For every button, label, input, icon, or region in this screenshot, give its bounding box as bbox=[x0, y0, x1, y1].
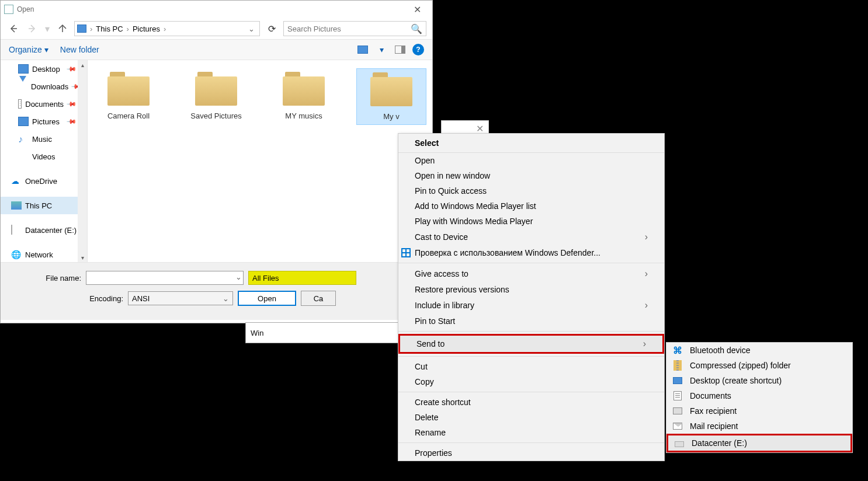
filename-label: File name: bbox=[11, 274, 81, 283]
breadcrumb-pictures[interactable]: Pictures bbox=[133, 25, 160, 33]
scroll-up-icon[interactable]: ▴ bbox=[78, 60, 87, 69]
bottom-panel: File name: ⌄ All Files Encoding: ANSI⌄ O… bbox=[1, 262, 432, 320]
fax-icon bbox=[672, 406, 683, 416]
ctx-restore-versions[interactable]: Restore previous versions bbox=[398, 282, 664, 297]
organize-menu[interactable]: Organize ▾ bbox=[9, 45, 48, 54]
desktop-icon bbox=[18, 64, 29, 74]
network-icon: 🌐 bbox=[11, 250, 22, 259]
titlebar: Open ✕ bbox=[1, 1, 432, 18]
folder-icon bbox=[283, 72, 325, 106]
filetype-filter[interactable]: All Files bbox=[248, 271, 356, 285]
close-button[interactable]: ✕ bbox=[405, 3, 429, 16]
breadcrumb-dropdown[interactable]: ⌄ bbox=[246, 25, 257, 33]
pin-icon: 📌 bbox=[65, 98, 77, 109]
breadcrumb[interactable]: › This PC › Pictures › ⌄ bbox=[74, 21, 260, 36]
filename-input[interactable]: ⌄ bbox=[86, 271, 244, 285]
sidebar-documents[interactable]: Documents📌 bbox=[1, 95, 87, 113]
ctx-defender[interactable]: Проверка с использованием Windows Defend… bbox=[398, 245, 664, 260]
sidebar-videos[interactable]: Videos bbox=[1, 148, 87, 165]
sendto-documents[interactable]: Documents bbox=[666, 388, 852, 403]
context-separator bbox=[398, 263, 664, 263]
mail-icon bbox=[672, 421, 683, 431]
folder-icon bbox=[107, 72, 150, 106]
ctx-pin-start[interactable]: Pin to Start bbox=[398, 313, 664, 329]
ctx-add-wmp[interactable]: Add to Windows Media Player list bbox=[398, 198, 664, 214]
chevron-right-icon: › bbox=[124, 25, 131, 33]
context-header: Select bbox=[398, 134, 664, 153]
ctx-delete[interactable]: Delete bbox=[398, 410, 664, 425]
ctx-rename[interactable]: Rename bbox=[398, 425, 664, 440]
ctx-create-shortcut[interactable]: Create shortcut bbox=[398, 395, 664, 410]
ctx-give-access[interactable]: Give access to› bbox=[398, 266, 664, 282]
ctx-open-new-window[interactable]: Open in new window bbox=[398, 168, 664, 183]
sendto-desktop[interactable]: Desktop (create shortcut) bbox=[666, 373, 852, 388]
sendto-compressed[interactable]: Compressed (zipped) folder bbox=[666, 358, 852, 373]
sidebar-onedrive[interactable]: ☁OneDrive bbox=[1, 172, 87, 190]
sendto-bluetooth[interactable]: ⌘Bluetooth device bbox=[666, 343, 852, 358]
ctx-cut[interactable]: Cut bbox=[398, 359, 664, 374]
forward-button[interactable] bbox=[25, 22, 39, 36]
view-large-button[interactable] bbox=[356, 44, 369, 55]
folder-camera-roll[interactable]: Camera Roll bbox=[93, 68, 164, 124]
ctx-open[interactable]: Open bbox=[398, 153, 664, 168]
sendto-fax[interactable]: Fax recipient bbox=[666, 403, 852, 419]
sidebar-network[interactable]: 🌐Network bbox=[1, 246, 87, 262]
folder-saved-pictures[interactable]: Saved Pictures bbox=[181, 68, 251, 124]
sidebar-thispc[interactable]: This PC bbox=[1, 197, 87, 214]
zip-icon bbox=[672, 360, 683, 371]
help-button[interactable]: ? bbox=[412, 44, 424, 55]
chevron-right-icon: › bbox=[645, 232, 648, 242]
folder-content[interactable]: Camera Roll Saved Pictures MY musics My … bbox=[88, 60, 432, 262]
encoding-select[interactable]: ANSI⌄ bbox=[128, 291, 233, 305]
search-box[interactable]: 🔍 bbox=[283, 21, 426, 36]
defender-icon bbox=[401, 248, 411, 258]
cancel-button[interactable]: Ca bbox=[301, 291, 336, 306]
preview-pane-button[interactable] bbox=[394, 44, 407, 55]
video-icon bbox=[18, 152, 29, 161]
sendto-drive[interactable]: Datacenter (E:) bbox=[666, 434, 852, 452]
sidebar-drive[interactable]: Datacenter (E:) bbox=[1, 221, 87, 239]
sidebar-scrollbar[interactable]: ▴▾ bbox=[78, 60, 87, 262]
ctx-pin-quick-access[interactable]: Pin to Quick access bbox=[398, 183, 664, 198]
ctx-play-wmp[interactable]: Play with Windows Media Player bbox=[398, 214, 664, 229]
drive-icon bbox=[674, 438, 685, 448]
sendto-mail[interactable]: Mail recipient bbox=[666, 419, 852, 434]
new-folder-button[interactable]: New folder bbox=[60, 45, 99, 54]
folder-selected[interactable]: My v bbox=[356, 68, 426, 125]
open-dialog: Open ✕ ▾ › This PC › Pictures › ⌄ ⟳ 🔍 Or… bbox=[0, 0, 433, 323]
context-separator bbox=[398, 331, 664, 332]
chevron-right-icon: › bbox=[88, 25, 95, 33]
document-icon bbox=[672, 391, 683, 401]
scroll-down-icon[interactable]: ▾ bbox=[78, 253, 87, 262]
ctx-properties[interactable]: Properties bbox=[398, 445, 664, 461]
encoding-label: Encoding: bbox=[86, 294, 123, 303]
open-button[interactable]: Open bbox=[238, 291, 296, 306]
window-title: Open bbox=[17, 5, 405, 13]
ctx-copy[interactable]: Copy bbox=[398, 374, 664, 389]
chevron-down-icon[interactable]: ⌄ bbox=[235, 273, 242, 281]
sidebar-downloads[interactable]: Downloads📌 bbox=[1, 78, 87, 95]
folder-icon bbox=[195, 72, 237, 106]
search-input[interactable] bbox=[287, 25, 411, 33]
ctx-cast-device[interactable]: Cast to Device› bbox=[398, 229, 664, 245]
onedrive-icon: ☁ bbox=[11, 176, 22, 186]
view-dropdown[interactable]: ▾ bbox=[375, 44, 388, 55]
folder-my-musics[interactable]: MY musics bbox=[269, 68, 339, 124]
document-icon bbox=[18, 99, 22, 109]
back-button[interactable] bbox=[6, 22, 20, 36]
close-icon[interactable]: ✕ bbox=[476, 123, 484, 134]
ctx-send-to[interactable]: Send to› bbox=[398, 334, 664, 354]
breadcrumb-thispc[interactable]: This PC bbox=[96, 25, 123, 33]
refresh-button[interactable]: ⟳ bbox=[265, 22, 279, 36]
sidebar-desktop[interactable]: Desktop📌 bbox=[1, 60, 87, 78]
picture-icon bbox=[18, 117, 29, 126]
sidebar-music[interactable]: ♪Music bbox=[1, 130, 87, 148]
ctx-include-library[interactable]: Include in library› bbox=[398, 297, 664, 313]
chevron-right-icon: › bbox=[645, 300, 648, 311]
pin-icon: 📌 bbox=[65, 63, 77, 74]
recent-dropdown[interactable]: ▾ bbox=[44, 22, 51, 36]
download-icon bbox=[18, 82, 27, 91]
sidebar-pictures[interactable]: Pictures📌 bbox=[1, 113, 87, 130]
up-button[interactable] bbox=[55, 22, 70, 36]
music-icon: ♪ bbox=[18, 134, 29, 144]
